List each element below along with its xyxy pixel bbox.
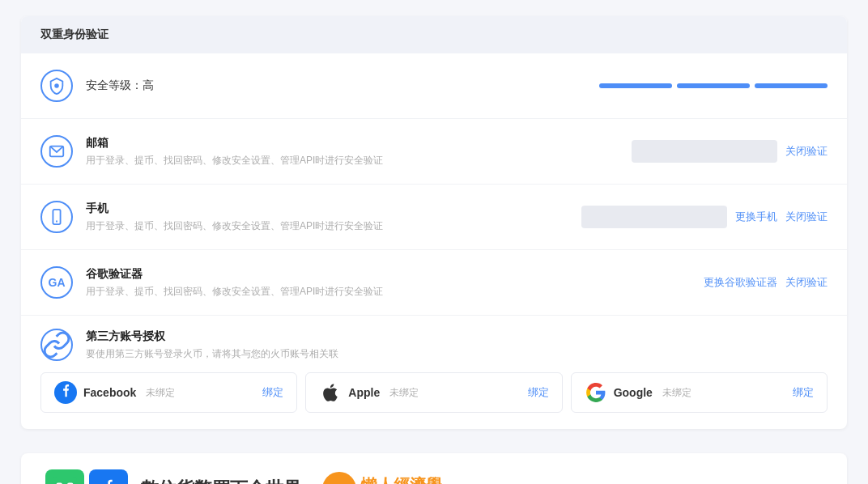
- facebook-name: Facebook: [83, 386, 136, 399]
- third-party-header: 第三方账号授权 要使用第三方账号登录火币，请将其与您的火币账号相关联: [40, 329, 828, 361]
- lounger-logo-icon: e: [322, 472, 356, 484]
- svg-rect-5: [53, 477, 77, 484]
- ga-label-icon: GA: [49, 276, 66, 289]
- phone-title: 手机: [86, 202, 581, 216]
- email-actions: 关闭验证: [632, 140, 828, 163]
- security-label: 安全等级：高: [86, 79, 599, 93]
- phone-info: 手机 用于登录、提币、找回密码、修改安全设置、管理API时进行安全验证: [86, 202, 581, 233]
- third-party-info: 第三方账号授权 要使用第三方账号登录火币，请将其与您的火币账号相关联: [86, 329, 828, 361]
- third-party-cards: Facebook 未绑定 绑定 Apple 未绑定 绑定: [40, 372, 828, 413]
- link-icon: [42, 330, 71, 359]
- phone-row: 手机 用于登录、提币、找回密码、修改安全设置、管理API时进行安全验证 更换手机…: [21, 185, 847, 250]
- facebook-logo: [54, 381, 77, 404]
- progress-bar-3: [755, 83, 828, 88]
- phone-actions: 更换手机 关闭验证: [581, 206, 828, 228]
- apple-provider-card: Apple 未绑定 绑定: [305, 372, 562, 413]
- google-bind-button[interactable]: 绑定: [793, 385, 814, 400]
- email-info: 邮箱 用于登录、提币、找回密码、修改安全设置、管理API时进行安全验证: [86, 136, 632, 168]
- email-title: 邮箱: [86, 136, 632, 151]
- apple-bind-button[interactable]: 绑定: [528, 385, 549, 400]
- google-auth-actions: 更换谷歌验证器 关闭验证: [704, 275, 828, 290]
- google-status: 未绑定: [662, 386, 691, 400]
- banner-text: 數位貨幣買下全世界: [141, 477, 301, 484]
- phone-change-link[interactable]: 更换手机: [735, 210, 777, 224]
- security-card: 双重身份验证 安全等级：高 邮箱 用于登录、提币、找回密码、修改安全设置、: [21, 16, 847, 429]
- security-level-row: 安全等级：高: [21, 53, 847, 119]
- brand-icon-green: [45, 469, 84, 484]
- lounger-main-text: 懶人經濟學: [361, 474, 472, 485]
- apple-icon: [320, 382, 341, 403]
- lounger-text-block: 懶人經濟學 LOUNGER ECONOMICS: [361, 474, 472, 485]
- email-icon-wrap: [40, 135, 73, 168]
- email-row: 邮箱 用于登录、提币、找回密码、修改安全设置、管理API时进行安全验证 关闭验证: [21, 119, 847, 185]
- security-icon-wrap: [40, 70, 73, 102]
- facebook-provider-card: Facebook 未绑定 绑定: [40, 372, 297, 413]
- facebook-status: 未绑定: [146, 386, 175, 400]
- phone-icon-wrap: [40, 201, 73, 233]
- third-party-icon-wrap: [40, 329, 73, 361]
- apple-name: Apple: [348, 386, 380, 399]
- apple-logo: [319, 381, 342, 404]
- google-provider-card: Google 未绑定 绑定: [571, 372, 828, 413]
- card-header: 双重身份验证: [21, 16, 847, 53]
- phone-close-link[interactable]: 关闭验证: [785, 210, 828, 224]
- email-masked-value: [632, 140, 777, 163]
- facebook-bind-button[interactable]: 绑定: [262, 385, 283, 400]
- svg-point-0: [54, 83, 59, 88]
- phone-desc: 用于登录、提币、找回密码、修改安全设置、管理API时进行安全验证: [86, 219, 581, 233]
- google-auth-row: GA 谷歌验证器 用于登录、提币、找回密码、修改安全设置、管理API时进行安全验…: [21, 250, 847, 316]
- banner-logo: e 懶人經濟學 LOUNGER ECONOMICS: [322, 472, 472, 484]
- banner-icons: [45, 469, 128, 484]
- google-auth-close-link[interactable]: 关闭验证: [785, 275, 828, 290]
- green-brand-icon: [50, 474, 79, 484]
- email-desc: 用于登录、提币、找回密码、修改安全设置、管理API时进行安全验证: [86, 154, 632, 168]
- bottom-banner: 數位貨幣買下全世界 e 懶人經濟學 LOUNGER ECONOMICS: [21, 453, 847, 484]
- email-close-link[interactable]: 关闭验证: [785, 144, 828, 159]
- phone-masked-value: [581, 206, 727, 228]
- progress-bar-1: [599, 83, 672, 88]
- google-icon: [585, 382, 606, 403]
- third-party-section: 第三方账号授权 要使用第三方账号登录火币，请将其与您的火币账号相关联 Faceb…: [21, 316, 847, 413]
- shield-icon: [48, 77, 66, 95]
- email-icon: [48, 142, 66, 160]
- progress-bars: [599, 83, 828, 88]
- apple-status: 未绑定: [389, 386, 419, 400]
- phone-icon: [48, 208, 66, 226]
- google-auth-title: 谷歌验证器: [86, 267, 704, 282]
- google-provider-name: Google: [614, 386, 653, 399]
- fb-brand-icon: [96, 476, 121, 484]
- lounger-svg-icon: e: [326, 475, 353, 484]
- google-auth-info: 谷歌验证器 用于登录、提币、找回密码、修改安全设置、管理API时进行安全验证: [86, 267, 704, 299]
- google-auth-icon-wrap: GA: [40, 266, 73, 299]
- third-party-desc: 要使用第三方账号登录火币，请将其与您的火币账号相关联: [86, 347, 828, 361]
- facebook-icon: [54, 381, 77, 404]
- google-logo: [585, 381, 607, 404]
- card-title: 双重身份验证: [40, 28, 108, 40]
- progress-bar-2: [677, 83, 750, 88]
- google-auth-change-link[interactable]: 更换谷歌验证器: [704, 275, 777, 290]
- third-party-title: 第三方账号授权: [86, 329, 828, 344]
- brand-icon-fb: [89, 469, 128, 484]
- google-auth-desc: 用于登录、提币、找回密码、修改安全设置、管理API时进行安全验证: [86, 285, 704, 299]
